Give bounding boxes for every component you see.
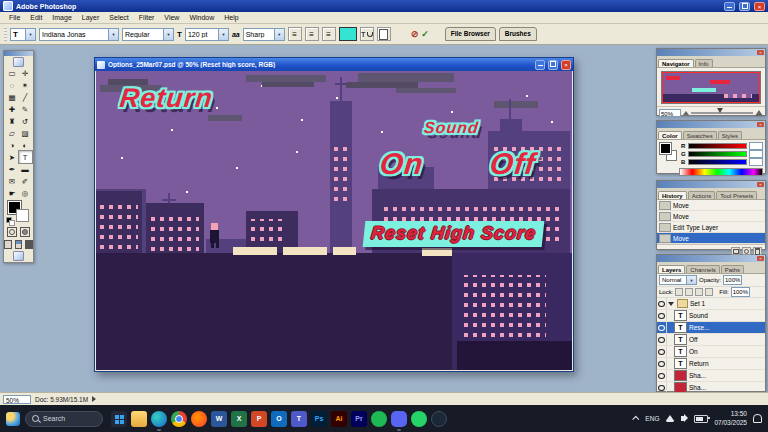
align-center-button[interactable]: ≡	[305, 27, 319, 41]
wifi-icon[interactable]	[665, 415, 675, 422]
whatsapp-icon[interactable]	[411, 411, 427, 427]
clock[interactable]: 13:50 07/03/2025	[714, 410, 747, 427]
history-state-selected[interactable]: Move	[657, 233, 765, 244]
tab-channels[interactable]: Channels	[686, 265, 719, 273]
word-icon[interactable]: W	[211, 411, 227, 427]
chevron-down-icon[interactable]: ▼	[163, 29, 173, 40]
volume-icon[interactable]	[681, 416, 684, 421]
doc-minimize-button[interactable]	[535, 60, 545, 70]
chevron-down-icon[interactable]: ▼	[25, 29, 35, 40]
close-button[interactable]: ×	[754, 2, 765, 11]
anti-alias-select[interactable]: Sharp ▼	[243, 28, 285, 41]
brushes-tab[interactable]: Brushes	[499, 27, 537, 41]
warp-text-button[interactable]: T	[360, 27, 374, 41]
app-titlebar[interactable]: Adobe Photoshop ×	[0, 0, 768, 12]
fullscreen-button[interactable]	[25, 240, 33, 249]
text-color-swatch[interactable]	[339, 27, 357, 41]
crop-tool[interactable]: ▦	[6, 91, 19, 103]
clone-stamp-tool[interactable]: ♜	[6, 115, 19, 127]
layer-row[interactable]: Sha...	[657, 370, 765, 382]
eraser-tool[interactable]: ▱	[6, 127, 19, 139]
navigator-zoom-field[interactable]: 50%	[659, 109, 681, 117]
fill-value[interactable]: 100%	[731, 287, 750, 297]
excel-icon[interactable]: X	[231, 411, 247, 427]
new-document-from-state-button[interactable]	[731, 247, 740, 255]
visibility-toggle[interactable]	[657, 358, 667, 369]
panel-titlebar[interactable]: ×	[657, 121, 765, 128]
layer-row[interactable]: T Off	[657, 334, 765, 346]
firefox-icon[interactable]	[191, 411, 207, 427]
menu-image[interactable]: Image	[47, 14, 76, 21]
document-canvas[interactable]: Return Sound On Off Reset High Score	[96, 71, 572, 370]
tab-styles[interactable]: Styles	[718, 131, 742, 139]
battery-icon[interactable]	[694, 415, 708, 423]
gradient-tool[interactable]: ▨	[19, 127, 32, 139]
visibility-toggle[interactable]	[657, 346, 667, 357]
shape-tool[interactable]: ▬	[19, 163, 32, 175]
tab-color[interactable]: Color	[658, 131, 682, 139]
green-slider[interactable]	[688, 151, 747, 157]
hand-tool[interactable]: ☛	[6, 187, 19, 199]
chevron-down-icon[interactable]: ▼	[218, 29, 228, 40]
lock-all-button[interactable]	[705, 288, 713, 296]
tab-info[interactable]: Info	[695, 59, 713, 67]
menu-edit[interactable]: Edit	[25, 14, 47, 21]
spotify-icon[interactable]	[371, 411, 387, 427]
toggle-palettes-button[interactable]	[377, 27, 391, 41]
photoshop-icon[interactable]: Ps	[311, 411, 327, 427]
menu-select[interactable]: Select	[104, 14, 133, 21]
blur-tool[interactable]: ◑	[6, 139, 19, 151]
visibility-toggle[interactable]	[657, 322, 667, 333]
widgets-icon[interactable]	[6, 412, 20, 426]
file-explorer-icon[interactable]	[131, 411, 147, 427]
tab-actions[interactable]: Actions	[688, 191, 716, 199]
blue-value-field[interactable]	[749, 158, 763, 166]
illustrator-icon[interactable]: Ai	[331, 411, 347, 427]
layer-row[interactable]: T Return	[657, 358, 765, 370]
menu-file[interactable]: File	[4, 14, 25, 21]
notification-icon[interactable]	[753, 414, 762, 423]
chevron-down-icon[interactable]: ▼	[108, 29, 118, 40]
status-menu-arrow-icon[interactable]	[92, 396, 96, 402]
eyedropper-tool[interactable]: ✐	[19, 175, 32, 187]
menu-filter[interactable]: Filter	[134, 14, 160, 21]
tab-swatches[interactable]: Swatches	[683, 131, 717, 139]
panel-titlebar[interactable]: ×	[657, 49, 765, 56]
zoom-field[interactable]: 50%	[3, 395, 31, 404]
layer-row[interactable]: T Sound	[657, 310, 765, 322]
navigator-view-box[interactable]	[662, 72, 760, 103]
outlook-icon[interactable]: O	[271, 411, 287, 427]
close-icon[interactable]: ×	[757, 122, 764, 127]
slider-thumb[interactable]	[717, 108, 723, 113]
visibility-toggle[interactable]	[657, 298, 667, 309]
layer-row[interactable]: T On	[657, 346, 765, 358]
minimize-button[interactable]	[724, 2, 735, 11]
zoom-in-icon[interactable]	[755, 110, 763, 116]
document-window[interactable]: Options_25Mar07.psd @ 50% (Reset high sc…	[94, 57, 574, 372]
blend-mode-select[interactable]: Normal ▼	[659, 275, 697, 285]
foreground-color-swatch[interactable]	[660, 143, 671, 154]
zoom-tool[interactable]: ◎	[19, 187, 32, 199]
tab-paths[interactable]: Paths	[721, 265, 744, 273]
panel-titlebar[interactable]: ×	[657, 181, 765, 188]
tray-overflow-icon[interactable]	[633, 416, 640, 423]
align-left-button[interactable]: ≡	[288, 27, 302, 41]
red-slider[interactable]	[688, 143, 747, 149]
chrome-icon[interactable]	[171, 411, 187, 427]
dodge-tool[interactable]: ◐	[19, 139, 32, 151]
fullscreen-menubar-button[interactable]	[15, 240, 23, 249]
cancel-edits-button[interactable]: ⊘	[411, 29, 419, 39]
chevron-down-icon[interactable]: ▼	[686, 276, 696, 284]
tab-history[interactable]: History	[658, 191, 687, 199]
language-indicator[interactable]: ENG	[645, 415, 659, 422]
zoom-out-icon[interactable]	[683, 111, 689, 115]
tab-navigator[interactable]: Navigator	[658, 59, 694, 67]
healing-brush-tool[interactable]: ✚	[6, 103, 19, 115]
lock-pixels-button[interactable]	[685, 288, 693, 296]
opacity-value[interactable]: 100%	[723, 275, 742, 285]
commit-edits-button[interactable]: ✓	[421, 29, 429, 39]
visibility-toggle[interactable]	[657, 310, 667, 321]
expander-icon[interactable]	[668, 302, 674, 306]
pen-tool[interactable]: ✒	[6, 163, 19, 175]
powerpoint-icon[interactable]: P	[251, 411, 267, 427]
